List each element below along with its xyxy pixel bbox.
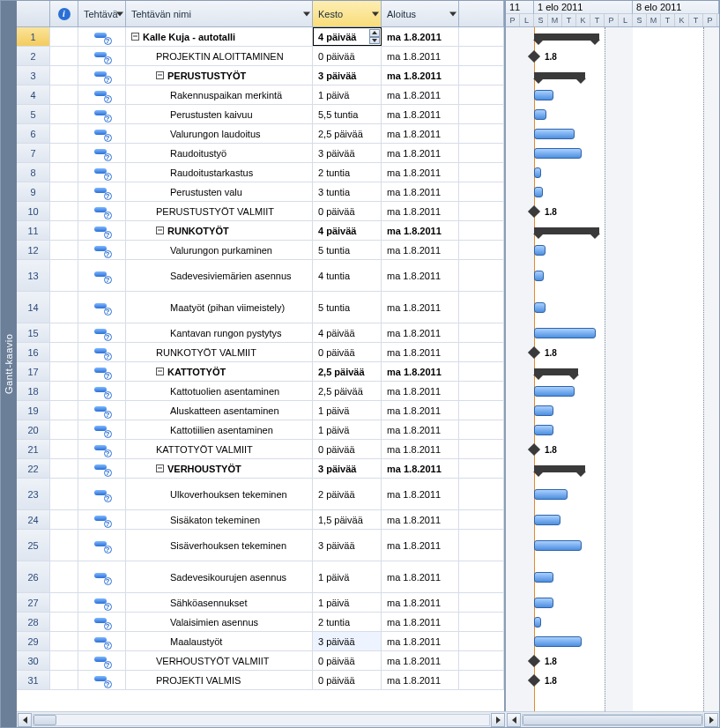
start-cell[interactable]: ma 1.8.2011 [382,362,459,381]
col-indicators[interactable]: i [50,1,78,26]
duration-cell[interactable]: 3 päivää [313,459,382,478]
table-row[interactable]: 6?Valurungon laudoitus2,5 päivääma 1.8.2… [17,124,504,144]
task-name-cell[interactable]: Aluskatteen asentaminen [126,401,313,420]
task-name-cell[interactable]: Kantavan rungon pystytys [126,323,313,342]
duration-cell[interactable]: 1 päivä [313,561,382,592]
scroll-thumb[interactable] [523,715,702,725]
start-cell[interactable]: ma 1.8.2011 [382,221,459,240]
task-name-cell[interactable]: Kattotuolien asentaminen [126,382,313,400]
gantt-row[interactable] [506,260,719,292]
task-bar[interactable] [534,405,553,416]
task-name-cell[interactable]: RUNKOTYÖT [126,221,313,240]
start-cell[interactable]: ma 1.8.2011 [382,27,459,46]
task-bar[interactable] [534,515,560,525]
table-row[interactable]: 29?Maalaustyöt3 päivääma 1.8.2011 [17,632,504,651]
task-name-cell[interactable]: VERHOUSTYÖT [126,459,313,478]
row-number[interactable]: 20 [17,420,50,439]
task-mode-cell[interactable]: ? [78,182,126,201]
row-number[interactable]: 15 [17,323,50,342]
gantt-row[interactable]: 1.8 [506,47,719,66]
task-bar[interactable] [534,598,553,608]
task-name-cell[interactable]: Sähköasennukset [126,593,313,612]
task-name-cell[interactable]: KATTOTYÖT VALMIIT [126,440,313,458]
row-number[interactable]: 26 [17,561,50,592]
duration-cell[interactable]: 0 päivää [313,651,382,670]
row-number[interactable]: 8 [17,163,50,182]
gantt-row[interactable] [506,182,719,202]
task-mode-cell[interactable]: ? [78,613,126,631]
table-row[interactable]: 9?Perustusten valu3 tuntiama 1.8.2011 [17,182,504,202]
task-bar[interactable] [534,425,553,435]
gantt-row[interactable] [506,593,719,613]
row-number[interactable]: 16 [17,343,50,361]
task-mode-cell[interactable]: ? [78,292,126,323]
task-name-cell[interactable]: Maalaustyöt [126,632,313,650]
gantt-row[interactable]: 1.8 [506,202,719,221]
gantt-row[interactable] [506,221,719,241]
start-cell[interactable]: ma 1.8.2011 [382,66,459,85]
gantt-row[interactable] [506,479,719,510]
milestone-icon[interactable] [528,49,540,62]
start-cell[interactable]: ma 1.8.2011 [382,613,459,631]
table-row[interactable]: 5?Perustusten kaivuu5,5 tuntiama 1.8.201… [17,105,504,124]
task-bar[interactable] [534,109,546,120]
scroll-thumb[interactable] [33,715,56,725]
milestone-icon[interactable] [528,204,540,217]
task-name-cell[interactable]: Maatyöt (pihan viimeistely) [126,292,313,323]
gantt-row[interactable] [506,613,719,632]
table-row[interactable]: 8?Raudoitustarkastus2 tuntiama 1.8.2011 [17,163,504,182]
task-name-cell[interactable]: Raudoitustyö [126,144,313,162]
start-cell[interactable]: ma 1.8.2011 [382,260,459,291]
milestone-icon[interactable] [528,673,540,686]
task-bar[interactable] [534,148,582,159]
task-bar[interactable] [534,187,543,197]
col-name[interactable]: Tehtävän nimi [126,1,313,26]
task-bar[interactable] [534,129,575,139]
duration-cell[interactable]: 5 tuntia [313,292,382,323]
start-cell[interactable]: ma 1.8.2011 [382,105,459,123]
task-mode-cell[interactable]: ? [78,47,126,65]
duration-cell[interactable]: 5 tuntia [313,241,382,259]
duration-cell[interactable]: 3 päivää [313,66,382,85]
start-cell[interactable]: ma 1.8.2011 [382,420,459,439]
task-mode-cell[interactable]: ? [78,479,126,509]
task-name-cell[interactable]: Raudoitustarkastus [126,163,313,182]
row-number[interactable]: 13 [17,260,50,291]
task-mode-cell[interactable]: ? [78,561,126,592]
task-bar[interactable] [534,540,582,551]
duration-cell[interactable]: 1 päivä [313,85,382,104]
start-cell[interactable]: ma 1.8.2011 [382,593,459,612]
duration-cell[interactable]: 2,5 päivää [313,382,382,400]
summary-bar[interactable] [534,33,599,41]
task-name-cell[interactable]: Perustusten valu [126,182,313,201]
start-cell[interactable]: ma 1.8.2011 [382,182,459,201]
milestone-icon[interactable] [528,345,540,358]
duration-cell[interactable]: 3 tuntia [313,182,382,201]
table-row[interactable]: 13?Sadevesiviemärien asennus4 tuntiama 1… [17,260,504,292]
task-name-cell[interactable]: Valurungon laudoitus [126,124,313,143]
row-number[interactable]: 17 [17,362,50,381]
task-mode-cell[interactable]: ? [78,632,126,650]
col-extra[interactable] [459,1,504,26]
table-row[interactable]: 4?Rakennuspaikan merkintä1 päiväma 1.8.2… [17,85,504,105]
gantt-row[interactable] [506,561,719,593]
table-row[interactable]: 1?Kalle Kuja - autotalli4 päivääma 1.8.2… [17,27,504,47]
duration-cell[interactable]: 4 päivää [313,323,382,342]
duration-cell[interactable]: 2,5 päivää [313,124,382,143]
task-mode-cell[interactable]: ? [78,440,126,458]
table-row[interactable]: 7?Raudoitustyö3 päivääma 1.8.2011 [17,144,504,163]
table-row[interactable]: 11?RUNKOTYÖT4 päivääma 1.8.2011 [17,221,504,241]
task-name-cell[interactable]: Valurungon purkaminen [126,241,313,259]
gantt-row[interactable] [506,401,719,420]
col-rownum[interactable] [17,1,50,26]
task-mode-cell[interactable]: ? [78,382,126,400]
task-bar[interactable] [534,617,541,628]
row-number[interactable]: 11 [17,221,50,240]
start-cell[interactable]: ma 1.8.2011 [382,382,459,400]
duration-cell[interactable]: 4 päivää [313,221,382,240]
table-row[interactable]: 28?Valaisimien asennus2 tuntiama 1.8.201… [17,613,504,632]
task-bar[interactable] [534,302,546,313]
duration-cell[interactable]: 0 päivää [313,343,382,361]
task-mode-cell[interactable]: ? [78,323,126,342]
table-row[interactable]: 16?RUNKOTYÖT VALMIIT0 päivääma 1.8.2011 [17,343,504,362]
